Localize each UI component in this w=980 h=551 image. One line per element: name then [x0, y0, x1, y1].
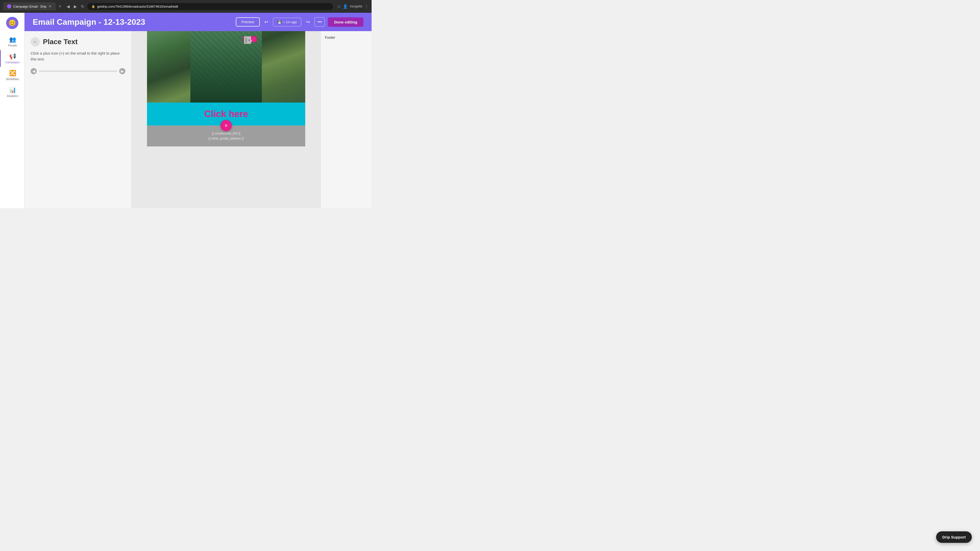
nav-refresh-button[interactable]: ↻ [80, 3, 85, 10]
incognito-label: Incognito [350, 5, 363, 8]
sidebar-item-campaigns[interactable]: 📢 Campaigns [0, 50, 24, 67]
browser-actions: ☆ 👤 Incognito ⋮ [337, 4, 369, 9]
new-tab-button[interactable]: + [59, 4, 62, 9]
more-button[interactable]: ••• [314, 17, 325, 27]
email-image-section: ← 不 動 滝 滝 100M [147, 31, 305, 103]
browser-chrome: 🌀 Campaign Email · Drip ✕ + ◀ ▶ ↻ 🔒 getd… [0, 0, 372, 13]
done-editing-button[interactable]: Done editing [328, 17, 363, 27]
email-wrapper: ← 不 動 滝 滝 100M [147, 31, 305, 146]
address-bar[interactable]: 🔒 getdrip.com/7641396/broadcasts/3186746… [87, 3, 333, 10]
footer-label: Footer [325, 35, 335, 40]
save-button[interactable]: 💾 < 1m ago [273, 17, 302, 27]
lock-icon: 🔒 [91, 5, 95, 8]
panel-back-row: ← Place Text [30, 37, 125, 46]
app-header: Email Campaign - 12-13-2023 Preview ↩ 💾 … [24, 13, 372, 31]
slider-track[interactable] [39, 70, 117, 72]
sidebar-item-people[interactable]: 👥 People [0, 33, 24, 50]
sidebar: 😊 👥 People 📢 Campaigns 🔀 Workflows 📊 Ana… [0, 13, 24, 208]
campaigns-icon: 📢 [9, 53, 16, 60]
back-button[interactable]: ← [30, 37, 40, 46]
email-canvas: ← 不 動 滝 滝 100M [132, 31, 321, 208]
bookmark-icon[interactable]: ☆ [337, 4, 341, 9]
nav-forward-button[interactable]: ▶ [73, 3, 78, 10]
workflows-icon: 🔀 [9, 70, 16, 76]
panel-slider: ◀ ▶ [30, 68, 125, 74]
undo-button[interactable]: ↩ [263, 17, 270, 26]
panel-title: Place Text [43, 38, 78, 46]
campaigns-label: Campaigns [5, 61, 20, 64]
page-title: Email Campaign - 12-13-2023 [33, 17, 236, 27]
right-panel: Footer [321, 31, 372, 208]
slider-right-button[interactable]: ▶ [119, 68, 125, 74]
redo-button[interactable]: ↪ [304, 17, 311, 26]
floating-menu-button[interactable]: ≡ [221, 120, 232, 131]
sidebar-logo[interactable]: 😊 [6, 17, 18, 29]
preview-button[interactable]: Preview [236, 17, 260, 27]
browser-tab[interactable]: 🌀 Campaign Email · Drip ✕ [3, 2, 56, 11]
app-container: 😊 👥 People 📢 Campaigns 🔀 Workflows 📊 Ana… [0, 13, 372, 208]
tab-close-button[interactable]: ✕ [48, 4, 52, 8]
profile-icon[interactable]: 👤 [343, 4, 348, 9]
people-icon: 👥 [9, 36, 16, 43]
logo-icon: 😊 [8, 19, 16, 27]
tab-title: Campaign Email · Drip [13, 5, 46, 8]
unsubscribe-link-text: {{ unsubscribe_link }} [212, 132, 240, 135]
main-content: ← Place Text Click a plus icon (+) on th… [24, 31, 372, 208]
back-icon: ← [33, 39, 38, 44]
tab-favicon: 🌀 [7, 4, 11, 8]
url-text: getdrip.com/7641396/broadcasts/318674615… [97, 5, 178, 8]
menu-lines-icon: ≡ [225, 123, 228, 128]
save-label: < 1m ago [283, 20, 297, 24]
browser-menu-icon[interactable]: ⋮ [364, 4, 369, 9]
sidebar-item-analytics[interactable]: 📊 Analytics [0, 84, 24, 100]
browser-nav-controls: ◀ ▶ ↻ [65, 3, 85, 10]
click-here-section[interactable]: Click here ≡ [147, 103, 305, 125]
nav-back-button[interactable]: ◀ [65, 3, 71, 10]
panel-description: Click a plus icon (+) on the email to th… [30, 51, 125, 62]
postal-address-text: {{ inline_postal_address }} [208, 137, 244, 140]
analytics-label: Analytics [7, 94, 18, 97]
email-image-placeholder: ← 不 動 滝 滝 100M [147, 31, 305, 103]
header-actions: Preview ↩ 💾 < 1m ago ↪ ••• Done editing [236, 17, 363, 27]
click-here-text: Click here [204, 109, 248, 119]
slider-left-button[interactable]: ◀ [30, 68, 37, 74]
people-label: People [8, 44, 17, 47]
save-icon: 💾 [277, 20, 282, 24]
workflows-label: Workflows [6, 78, 19, 81]
place-text-panel: ← Place Text Click a plus icon (+) on th… [24, 31, 132, 208]
analytics-icon: 📊 [9, 87, 16, 94]
sidebar-item-workflows[interactable]: 🔀 Workflows [0, 67, 24, 84]
